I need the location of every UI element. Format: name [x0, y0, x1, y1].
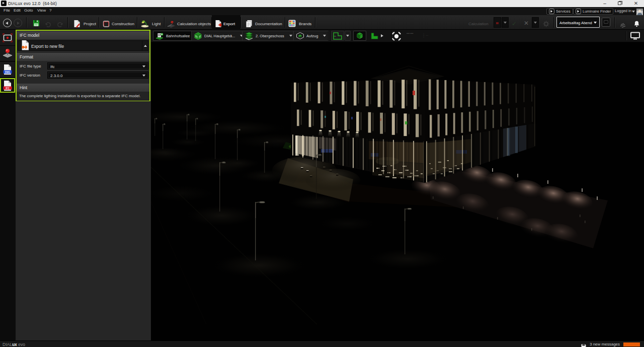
svg-text:DWG: DWG — [5, 71, 11, 74]
svg-text:IFC: IFC — [6, 87, 10, 89]
